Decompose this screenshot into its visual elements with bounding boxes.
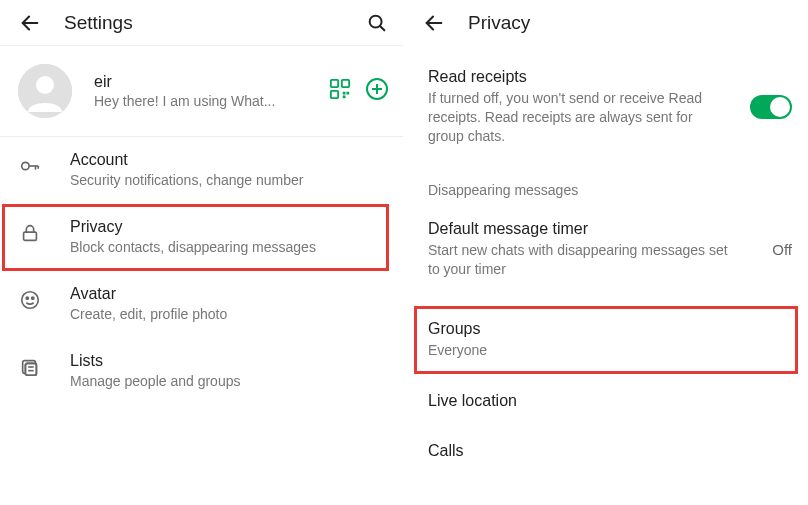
item-subtitle: Block contacts, disappearing messages [70, 238, 387, 257]
back-icon[interactable] [422, 11, 446, 35]
avatar [18, 64, 72, 118]
privacy-panel: Privacy Read receipts If turned off, you… [404, 0, 808, 505]
item-title: Privacy [70, 218, 387, 236]
privacy-item-calls[interactable]: Calls [404, 424, 808, 474]
item-subtitle: Manage people and groups [70, 372, 387, 391]
lists-icon [18, 355, 42, 379]
svg-point-20 [26, 297, 28, 299]
privacy-item-read-receipts[interactable]: Read receipts If turned off, you won't s… [404, 46, 808, 160]
settings-item-account[interactable]: Account Security notifications, change n… [0, 137, 403, 204]
search-icon[interactable] [365, 11, 389, 35]
svg-rect-9 [346, 92, 349, 95]
settings-item-privacy[interactable]: Privacy Block contacts, disappearing mes… [0, 204, 403, 271]
svg-point-21 [32, 297, 34, 299]
svg-rect-8 [343, 92, 346, 95]
item-title: Default message timer [428, 220, 762, 238]
settings-item-avatar[interactable]: Avatar Create, edit, profile photo [0, 271, 403, 338]
timer-value: Off [772, 241, 792, 258]
privacy-header: Privacy [404, 0, 808, 46]
item-subtitle: Everyone [428, 341, 728, 360]
svg-point-19 [22, 292, 39, 309]
svg-point-14 [22, 162, 29, 169]
item-title: Account [70, 151, 387, 169]
profile-text: eir Hey there! I am using What... [94, 73, 323, 109]
profile-row[interactable]: eir Hey there! I am using What... [0, 46, 403, 137]
item-subtitle: Create, edit, profile photo [70, 305, 387, 324]
key-icon [18, 154, 42, 178]
profile-status: Hey there! I am using What... [94, 93, 323, 109]
settings-panel: Settings eir Hey there! I am using What.… [0, 0, 404, 505]
item-subtitle: If turned off, you won't send or receive… [428, 89, 728, 146]
svg-rect-10 [343, 95, 346, 98]
item-title: Lists [70, 352, 387, 370]
settings-title: Settings [64, 12, 133, 34]
settings-item-lists[interactable]: Lists Manage people and groups [0, 338, 403, 405]
svg-rect-6 [342, 80, 349, 87]
item-title: Calls [428, 442, 792, 460]
item-title: Live location [428, 392, 792, 410]
svg-rect-18 [24, 232, 37, 240]
privacy-item-default-timer[interactable]: Default message timer Start new chats wi… [404, 206, 808, 293]
privacy-title: Privacy [468, 12, 530, 34]
svg-point-4 [36, 76, 54, 94]
privacy-item-groups[interactable]: Groups Everyone [404, 306, 808, 374]
profile-actions [329, 77, 389, 105]
item-title: Groups [428, 320, 792, 338]
item-subtitle: Start new chats with disappearing messag… [428, 241, 728, 279]
settings-header: Settings [0, 0, 403, 46]
item-title: Read receipts [428, 68, 742, 86]
face-icon [18, 288, 42, 312]
svg-rect-7 [331, 91, 338, 98]
back-icon[interactable] [18, 11, 42, 35]
qr-icon[interactable] [329, 78, 351, 104]
svg-rect-5 [331, 80, 338, 87]
add-circle-icon[interactable] [365, 77, 389, 105]
item-title: Avatar [70, 285, 387, 303]
section-header-disappearing: Disappearing messages [404, 160, 808, 206]
item-subtitle: Security notifications, change number [70, 171, 387, 190]
lock-icon [18, 221, 42, 245]
svg-rect-23 [25, 363, 36, 375]
profile-name: eir [94, 73, 323, 91]
toggle-switch[interactable] [750, 95, 792, 119]
svg-line-2 [380, 25, 384, 29]
privacy-item-live-location[interactable]: Live location [404, 374, 808, 424]
